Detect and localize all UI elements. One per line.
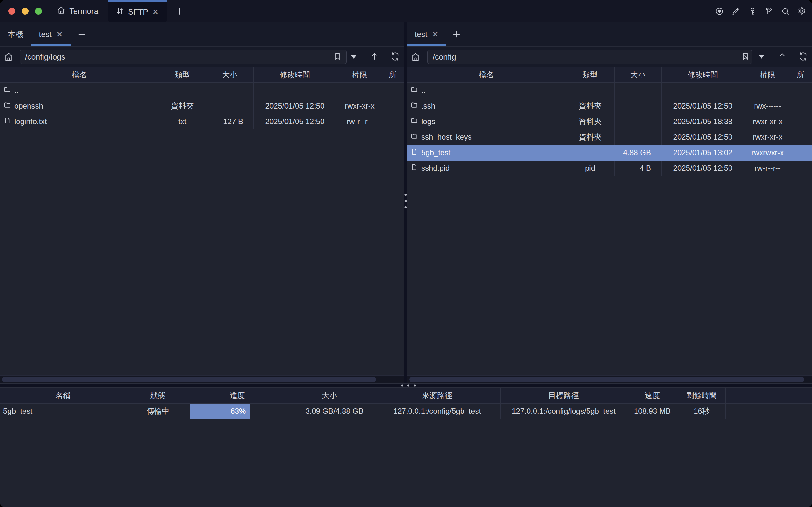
column-header-owner[interactable]: 所	[383, 67, 404, 83]
folder-icon	[4, 86, 11, 95]
transfer-remaining-time: 16秒	[678, 404, 726, 419]
close-tab-icon[interactable]: ✕	[152, 8, 159, 16]
column-header-perm[interactable]: 權限	[744, 67, 791, 83]
keychain-branch-icon[interactable]	[764, 7, 773, 15]
transfer-row[interactable]: 5gb_test 傳輸中 63% 3.09 GB/4.88 GB 127.0.0…	[0, 404, 812, 419]
left-horizontal-scrollbar[interactable]	[0, 375, 404, 383]
file-row[interactable]: ..	[407, 83, 812, 98]
file-row[interactable]: loginfo.txt txt 127 B 2025/01/05 12:50 r…	[0, 114, 404, 129]
transfer-row-filler	[726, 404, 812, 419]
bookmark-caret-icon[interactable]	[351, 55, 357, 59]
column-header-remaining[interactable]: 剩餘時間	[678, 388, 726, 404]
right-tab-close-icon[interactable]: ✕	[432, 30, 439, 38]
file-row[interactable]: .ssh 資料夾 2025/01/05 12:50 rwx------	[407, 98, 812, 114]
column-header-mtime[interactable]: 修改時間	[254, 67, 336, 83]
transfer-source-path: 127.0.0.1:/config/5gb_test	[374, 404, 501, 419]
tab-sftp[interactable]: SFTP ✕	[108, 0, 167, 22]
column-header-size[interactable]: 大小	[614, 67, 661, 83]
left-add-tab-button[interactable]	[73, 22, 91, 46]
left-path-input[interactable]	[20, 50, 347, 64]
file-name: openssh	[14, 102, 43, 110]
transfer-speed: 108.93 MB	[627, 404, 678, 419]
bookmark-caret-icon[interactable]	[759, 55, 764, 59]
transfer-splitter[interactable]	[0, 383, 812, 388]
left-path-bar	[0, 47, 404, 67]
right-tab-test-label: test	[415, 30, 427, 39]
column-header-source[interactable]: 來源路徑	[374, 388, 501, 404]
pane-splitter[interactable]	[404, 22, 407, 383]
left-file-pane: 本機 test ✕	[0, 22, 404, 383]
divider	[754, 52, 754, 62]
folder-icon	[4, 102, 11, 110]
column-header-perm[interactable]: 權限	[336, 67, 383, 83]
file-name: logs	[421, 117, 435, 126]
column-header-mtime[interactable]: 修改時間	[661, 67, 744, 83]
up-directory-icon[interactable]	[778, 52, 787, 62]
bookmark-icon[interactable]	[333, 52, 341, 62]
column-header-type[interactable]: 類型	[566, 67, 614, 83]
scrollbar-thumb[interactable]	[2, 377, 376, 382]
folder-icon	[411, 133, 418, 142]
splitter-handle-icon	[404, 193, 407, 209]
file-name: 5gb_test	[421, 148, 450, 157]
right-add-tab-button[interactable]	[447, 22, 465, 46]
titlebar: Termora SFTP ✕	[0, 0, 812, 22]
active-tab-underline	[407, 44, 446, 46]
file-row[interactable]: openssh 資料夾 2025/01/05 12:50 rwxr-xr-x	[0, 98, 404, 114]
home-icon[interactable]	[411, 52, 420, 62]
right-tab-test[interactable]: test ✕	[407, 22, 446, 46]
up-directory-icon[interactable]	[370, 52, 379, 62]
edit-pencil-icon[interactable]	[732, 7, 740, 15]
column-header-name[interactable]: 名稱	[0, 388, 126, 404]
file-row[interactable]: logs 資料夾 2025/01/05 18:38 rwxr-xr-x	[407, 114, 812, 129]
splitter-handle-icon	[401, 385, 416, 387]
file-row-selected[interactable]: 5gb_test 4.88 GB 2025/01/05 13:02 rwxrwx…	[407, 145, 812, 161]
column-header-owner[interactable]: 所	[791, 67, 812, 83]
tab-termora[interactable]: Termora	[48, 0, 108, 22]
home-icon[interactable]	[4, 52, 13, 62]
tab-termora-label: Termora	[69, 7, 98, 16]
close-window-button[interactable]	[8, 8, 15, 15]
right-file-pane: test ✕	[407, 22, 812, 383]
active-tab-underline	[31, 44, 71, 46]
search-icon[interactable]	[781, 7, 790, 15]
column-header-size[interactable]: 大小	[206, 67, 254, 83]
progress-label: 63%	[230, 407, 246, 415]
new-tab-button[interactable]	[170, 0, 188, 22]
record-icon[interactable]	[715, 7, 724, 15]
file-name: ssh_host_keys	[421, 133, 472, 142]
refresh-icon[interactable]	[391, 52, 400, 62]
column-header-name[interactable]: 檔名	[0, 67, 159, 83]
left-file-table: 檔名 類型 大小 修改時間 權限 所 ..	[0, 67, 404, 129]
refresh-icon[interactable]	[799, 52, 808, 62]
file-name: ..	[14, 86, 18, 95]
left-tab-test-label: test	[39, 30, 51, 39]
right-path-input[interactable]	[427, 50, 752, 64]
column-header-speed[interactable]: 速度	[627, 388, 678, 404]
left-tab-local[interactable]: 本機	[0, 22, 31, 46]
scrollbar-thumb[interactable]	[410, 377, 804, 382]
zoom-window-button[interactable]	[35, 8, 42, 15]
file-row[interactable]: ssh_host_keys 資料夾 2025/01/05 12:50 rwxr-…	[407, 129, 812, 145]
transfer-target-path: 127.0.0.1:/config/logs/5gb_test	[501, 404, 627, 419]
gear-icon[interactable]	[797, 7, 806, 15]
divider	[346, 52, 346, 62]
left-pane-tabs: 本機 test ✕	[0, 22, 404, 47]
column-header-status[interactable]: 狀態	[126, 388, 190, 404]
column-header-progress[interactable]: 進度	[190, 388, 285, 404]
key-icon[interactable]	[748, 7, 757, 15]
bookmark-slash-icon[interactable]	[741, 52, 750, 62]
transfer-name: 5gb_test	[0, 404, 126, 419]
left-tab-test[interactable]: test ✕	[31, 22, 71, 46]
left-table-header: 檔名 類型 大小 修改時間 權限 所	[0, 67, 404, 83]
minimize-window-button[interactable]	[21, 8, 29, 15]
column-header-size[interactable]: 大小	[285, 388, 374, 404]
right-horizontal-scrollbar[interactable]	[407, 375, 812, 383]
column-header-name[interactable]: 檔名	[407, 67, 566, 83]
left-tab-close-icon[interactable]: ✕	[56, 30, 63, 38]
column-header-target[interactable]: 目標路徑	[501, 388, 627, 404]
traffic-lights	[8, 8, 42, 15]
column-header-type[interactable]: 類型	[159, 67, 206, 83]
file-row[interactable]: ..	[0, 83, 404, 98]
file-row[interactable]: sshd.pid pid 4 B 2025/01/05 12:50 rw-r--…	[407, 161, 812, 176]
